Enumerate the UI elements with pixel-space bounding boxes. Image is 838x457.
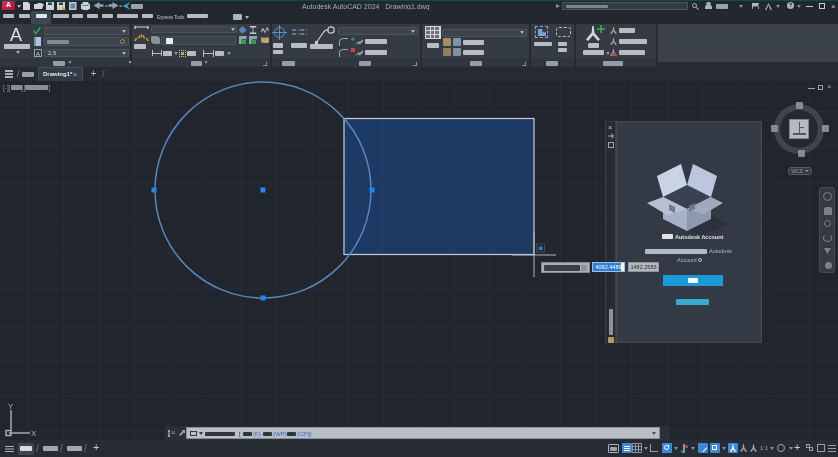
svg-text:X: X (31, 429, 37, 438)
svg-text:Y: Y (8, 402, 14, 411)
